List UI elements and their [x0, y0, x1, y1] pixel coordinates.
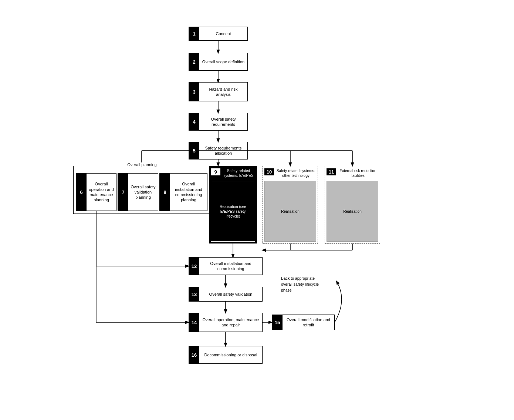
box-4-number: 4 [189, 113, 199, 130]
box-2-label: Overall scope definition [199, 58, 247, 66]
box-13: 13 Overall safety validation [189, 287, 263, 302]
box-8-label: Overall installation and commissioning p… [170, 180, 207, 204]
box-9: 9 Safety-related systems: E/E/PES Realis… [209, 166, 257, 243]
box-3-label: Hazard and risk analysis [199, 85, 247, 99]
box-8: 8 Overall installation and commissioning… [159, 173, 207, 211]
box-12-number: 12 [189, 258, 199, 275]
box-16: 16 Decommissioning or disposal [189, 346, 263, 364]
box-11-label: External risk reduction facilities [336, 168, 378, 178]
box-8-number: 8 [160, 174, 170, 211]
box-11-number: 11 [327, 168, 336, 175]
box-7-label: Overall safety validation planning [128, 183, 158, 202]
box-5: 5 Safety requirements allocation [189, 142, 248, 159]
box-3: 3 Hazard and risk analysis [189, 82, 248, 101]
box-16-number: 16 [189, 346, 199, 363]
box-12: 12 Overall installation and commissionin… [189, 257, 263, 275]
box-15-number: 15 [272, 315, 283, 330]
box-1-number: 1 [189, 27, 199, 40]
box-15-label: Overall modification and retrofit [283, 316, 334, 329]
box-16-label: Decommissioning or disposal [199, 351, 262, 359]
box-13-label: Overall safety validation [199, 290, 262, 298]
back-text: Back to appropriate overall safety lifec… [281, 276, 319, 293]
box-15: 15 Overall modification and retrofit [272, 315, 335, 330]
box-9-label: Safety-related systems: E/E/PES [220, 168, 255, 178]
box-12-label: Overall installation and commissioning [199, 259, 262, 273]
box-7-number: 7 [118, 174, 128, 211]
box-6-number: 6 [76, 174, 87, 211]
box-3-number: 3 [189, 83, 199, 101]
box-2-number: 2 [189, 53, 199, 70]
box-11: 11 External risk reduction facilities Re… [325, 166, 380, 243]
box-10-number: 10 [264, 168, 274, 175]
planning-group-label: Overall planning [126, 162, 158, 167]
box-14-label: Overall operation, maintenance and repai… [199, 316, 262, 329]
box-11-realisation: Realisation [327, 181, 378, 242]
box-14: 14 Overall operation, maintenance and re… [189, 313, 263, 332]
box-10-realisation: Realisation [264, 181, 316, 242]
box-13-number: 13 [189, 287, 199, 301]
box-7: 7 Overall safety validation planning [118, 173, 158, 211]
box-14-number: 14 [189, 313, 199, 332]
box-10: 10 Safety-related systems: other technol… [263, 166, 318, 243]
box-9-realisation: Realisation (see E/E/PES safety lifecycl… [211, 181, 255, 242]
box-10-label: Safety-related systems: other technology [274, 168, 316, 178]
box-5-label: Safety requirements allocation [199, 144, 247, 158]
box-1-label: Concept [199, 30, 247, 38]
box-4: 4 Overall safety requirements [189, 113, 248, 131]
box-6: 6 Overall operation and maintenance plan… [76, 173, 116, 211]
box-6-label: Overall operation and maintenance planni… [87, 180, 116, 204]
box-4-label: Overall safety requirements [199, 115, 247, 129]
box-2: 2 Overall scope definition [189, 53, 248, 71]
box-9-number: 9 [211, 168, 220, 175]
box-1: 1 Concept [189, 27, 248, 41]
diagram-container: 1 Concept 2 Overall scope definition 3 H… [0, 0, 514, 420]
box-5-number: 5 [189, 142, 199, 159]
